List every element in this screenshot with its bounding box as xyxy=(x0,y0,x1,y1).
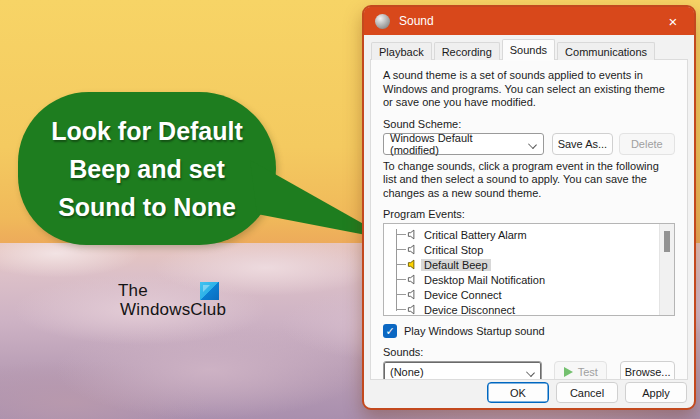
speaker-icon xyxy=(407,274,418,285)
speaker-icon-active xyxy=(407,259,418,270)
list-item[interactable]: Desktop Mail Notification xyxy=(384,272,659,287)
list-item[interactable]: Device Disconnect xyxy=(384,302,659,316)
chevron-down-icon xyxy=(528,140,537,149)
sounds-label: Sounds: xyxy=(383,346,675,358)
callout-bubble: Look for Default Beep and set Sound to N… xyxy=(18,92,276,245)
speaker-icon xyxy=(407,304,418,315)
sound-scheme-label: Sound Scheme: xyxy=(383,118,675,130)
close-icon: × xyxy=(669,13,678,30)
windowsclub-logo-icon xyxy=(200,282,219,300)
dialog-footer: OK Cancel Apply xyxy=(364,377,694,408)
watermark-line2: WindowsClub xyxy=(120,300,226,319)
list-item[interactable]: Critical Stop xyxy=(384,242,659,257)
sounds-tab-page: A sound theme is a set of sounds applied… xyxy=(370,59,688,380)
callout-line: Look for Default xyxy=(51,112,243,150)
speaker-icon xyxy=(407,244,418,255)
tab-playback[interactable]: Playback xyxy=(371,42,432,60)
delete-button[interactable]: Delete xyxy=(619,133,675,155)
check-icon: ✓ xyxy=(385,325,394,337)
change-sounds-text: To change sounds, click a program event … xyxy=(383,160,675,201)
sound-dialog-icon xyxy=(375,14,390,29)
startup-sound-checkbox[interactable]: ✓ xyxy=(383,324,397,338)
intro-text: A sound theme is a set of sounds applied… xyxy=(383,69,675,110)
speaker-icon xyxy=(407,229,418,240)
tab-sounds[interactable]: Sounds xyxy=(502,39,555,60)
program-events-label: Program Events: xyxy=(383,208,675,220)
ok-button[interactable]: OK xyxy=(487,382,549,403)
list-item[interactable]: Critical Battery Alarm xyxy=(384,227,659,242)
callout-line: Beep and set xyxy=(69,150,225,188)
screenshot-stage: The WindowsClub Look for Default Beep an… xyxy=(0,0,700,419)
tab-recording[interactable]: Recording xyxy=(434,42,500,60)
sound-dialog: Sound × Playback Recording Sounds Commun… xyxy=(362,5,696,410)
play-icon xyxy=(564,367,573,377)
tab-strip: Playback Recording Sounds Communications xyxy=(371,37,694,60)
close-button[interactable]: × xyxy=(652,7,694,35)
apply-button[interactable]: Apply xyxy=(625,382,687,403)
sound-scheme-value: Windows Default (modified) xyxy=(390,132,521,156)
scrollbar-thumb[interactable] xyxy=(664,231,670,252)
speaker-icon xyxy=(407,289,418,300)
startup-sound-label: Play Windows Startup sound xyxy=(404,325,545,337)
list-item-selected[interactable]: Default Beep xyxy=(384,257,659,272)
list-item[interactable]: Device Connect xyxy=(384,287,659,302)
list-scrollbar[interactable] xyxy=(659,224,674,315)
callout-line: Sound to None xyxy=(58,188,236,226)
sound-scheme-dropdown[interactable]: Windows Default (modified) xyxy=(383,133,544,155)
cancel-button[interactable]: Cancel xyxy=(556,382,618,403)
chevron-down-icon xyxy=(526,368,535,377)
tab-communications[interactable]: Communications xyxy=(557,42,655,60)
program-events-list[interactable]: Critical Battery Alarm Critical Stop Def… xyxy=(383,223,675,316)
dialog-title: Sound xyxy=(399,14,434,28)
save-as-button[interactable]: Save As... xyxy=(552,133,612,155)
dialog-titlebar[interactable]: Sound × xyxy=(364,7,694,35)
